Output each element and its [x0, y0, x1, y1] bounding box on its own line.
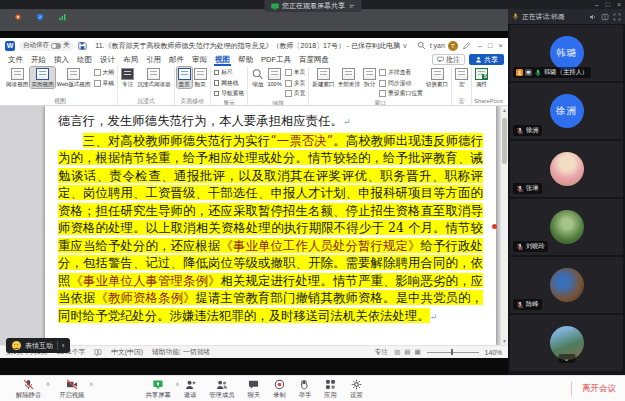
tab-insert[interactable]: 插入	[50, 53, 73, 66]
web-layout-button[interactable]: Web版式视图	[56, 67, 92, 88]
switch-windows-button[interactable]: 切换窗口	[425, 67, 449, 88]
multiple-pages-button[interactable]: 多页	[285, 79, 306, 88]
gridlines-checkbox[interactable]: 网格线	[214, 79, 245, 88]
maximize-button[interactable]: □	[606, 0, 610, 9]
print-layout-button[interactable]: 页面视图	[30, 67, 54, 88]
zoom-level[interactable]: 140%	[485, 349, 502, 356]
smiley-icon[interactable]	[12, 341, 21, 350]
screen-share-indicator[interactable]: 您正在观看屏幕共享	[264, 0, 361, 12]
save-icon[interactable]	[78, 41, 87, 50]
accessibility-status[interactable]: 辅助功能: 一切就绪	[152, 347, 210, 357]
zoom-100-button[interactable]: 100%	[266, 67, 282, 88]
focus-mode-button[interactable]: 专注	[375, 347, 389, 357]
autosave-toggle[interactable]: 自动保存 关	[19, 41, 74, 51]
settings-button[interactable]: 设置	[350, 378, 363, 400]
zoom-slider[interactable]	[427, 352, 479, 353]
word-maximize-button[interactable]: □	[488, 41, 493, 50]
one-page-button[interactable]: 单页	[285, 68, 306, 77]
tab-view[interactable]: 视图	[211, 53, 234, 66]
immersive-reader-button[interactable]: 沉浸式阅读器	[136, 67, 172, 88]
chat-button[interactable]: 聊天	[248, 378, 261, 400]
participant-tile[interactable]: 徐洲 徐洲	[510, 83, 623, 139]
account-menu[interactable]: t yan T	[430, 41, 458, 51]
vertical-scrollbar[interactable]: ▲▼	[500, 106, 508, 345]
reset-window-position-button[interactable]: 重设窗口位置	[379, 89, 423, 98]
scroll-more-participants[interactable]: ⌄	[558, 354, 575, 363]
word-close-button[interactable]: ×	[499, 41, 503, 50]
read-mode-icon[interactable]: ▥	[394, 348, 400, 356]
volume-icon[interactable]	[589, 13, 597, 21]
tab-mailings[interactable]: 邮件	[165, 53, 188, 66]
zoom-slider-thumb[interactable]	[451, 349, 454, 355]
document-page[interactable]: 德言行，发生师德失范行为，本人要承担相应责任。↵ 三、对高校教师师德失范行为实行…	[45, 106, 496, 345]
macros-button[interactable]: 宏	[454, 67, 469, 88]
outline-button[interactable]: 大纲	[94, 68, 115, 77]
draft-button[interactable]: 草稿	[94, 79, 115, 88]
host-badge-icon	[516, 69, 523, 76]
participant-tile[interactable]: 刘晓玲	[510, 199, 623, 255]
print-layout-icon[interactable]: ▤	[404, 348, 410, 356]
share-screen-button[interactable]: 共享屏幕 ∧	[146, 378, 171, 400]
comments-button[interactable]: 批注	[432, 54, 465, 65]
scroll-up-icon[interactable]: ▲	[502, 107, 507, 113]
close-button[interactable]: ×	[617, 0, 621, 9]
group-label-immersive: 沉浸式	[120, 97, 172, 105]
tab-baidu-netdisk[interactable]: 百度网盘	[295, 53, 333, 66]
focus-button[interactable]: 专注	[120, 67, 135, 88]
vertical-button[interactable]: 垂直	[177, 67, 192, 88]
ribbon-tab-bar: 文件 开始 插入 绘图 设计 布局 引用 邮件 审阅 视图 帮助 PDF工具 百…	[0, 53, 508, 66]
participant-name: 张琳	[526, 184, 539, 193]
apps-button[interactable]: 应用	[324, 378, 337, 400]
read-mode-button[interactable]: 阅读视图	[5, 67, 29, 88]
tab-pdf-tools[interactable]: PDF工具	[257, 53, 295, 66]
letterbox-top	[0, 31, 508, 38]
arrange-all-button[interactable]: 全部重排	[337, 67, 361, 88]
tab-references[interactable]: 引用	[142, 53, 165, 66]
share-button[interactable]: 共享	[469, 54, 504, 65]
tracked-change-dot[interactable]	[492, 224, 497, 229]
tab-home[interactable]: 开始	[27, 53, 50, 66]
tab-review[interactable]: 审阅	[188, 53, 211, 66]
expand-icon[interactable]	[613, 13, 621, 21]
tab-help[interactable]: 帮助	[234, 53, 257, 66]
autosave-switch-icon[interactable]	[51, 43, 61, 49]
pill-menu-icon[interactable]	[348, 3, 355, 10]
participant-tile[interactable]: 韩璐 韩璐（主持人）	[510, 25, 623, 81]
minimize-button[interactable]: –	[595, 0, 599, 9]
account-name: t yan	[430, 42, 445, 49]
manage-members-button[interactable]: 管理成员	[209, 378, 234, 400]
tab-draw[interactable]: 绘图	[73, 53, 96, 66]
raise-hand-button[interactable]: 举手	[299, 378, 312, 400]
web-layout-icon[interactable]: ▦	[414, 348, 420, 356]
split-button[interactable]: 拆分	[362, 67, 377, 88]
tab-file[interactable]: 文件	[4, 53, 27, 66]
language-indicator[interactable]: 中文(中国)	[111, 347, 143, 357]
zoom-button[interactable]: 缩放	[250, 67, 265, 88]
properties-button[interactable]: S属性	[474, 67, 489, 88]
tab-design[interactable]: 设计	[96, 53, 119, 66]
synchronous-scrolling-button[interactable]: 同步滚动	[379, 79, 423, 88]
invite-button[interactable]: 邀请	[184, 378, 197, 400]
participant-tile[interactable]: 陈峰	[510, 257, 623, 313]
collapse-bar-icon[interactable]: ‹	[62, 342, 64, 349]
ink-pen-icon[interactable]	[462, 41, 471, 50]
spellcheck-icon[interactable]	[94, 348, 102, 356]
layout-grid-icon[interactable]	[601, 13, 609, 21]
ruler-checkbox[interactable]: 标尺	[214, 68, 245, 77]
page-width-button[interactable]: 页宽	[285, 89, 306, 98]
tab-layout[interactable]: 布局	[119, 53, 142, 66]
scroll-down-icon[interactable]: ▼	[502, 338, 507, 344]
search-icon[interactable]	[417, 41, 426, 50]
side-to-side-button[interactable]: 翻页	[193, 67, 208, 88]
group-label-views: 视图	[5, 97, 115, 105]
share-options-caret[interactable]: ∧	[175, 380, 179, 387]
navigation-pane-checkbox[interactable]: 导航窗格	[214, 89, 245, 98]
word-minimize-button[interactable]: –	[478, 41, 482, 50]
view-side-by-side-button[interactable]: 并排查看	[379, 68, 423, 77]
participant-tile[interactable]: 张琳	[510, 141, 623, 197]
scrollbar-thumb[interactable]	[502, 118, 507, 164]
emoji-reaction-bar[interactable]: 表情互动 ‹	[6, 338, 70, 353]
leave-meeting-button[interactable]: 离开会议	[571, 381, 616, 396]
record-button[interactable]: 录制	[273, 378, 286, 400]
new-window-button[interactable]: 新建窗口	[311, 67, 335, 88]
